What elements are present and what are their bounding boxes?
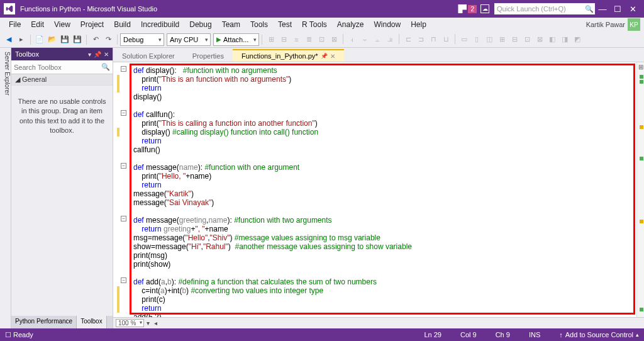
- tool-icon[interactable]: ◨: [559, 34, 570, 45]
- editor-area: Solution Explorer Properties Functions_i…: [113, 48, 644, 328]
- signed-in-user[interactable]: Kartik Pawar: [586, 21, 625, 28]
- status-line: Ln 29: [424, 331, 441, 338]
- fold-icon[interactable]: −: [121, 277, 126, 283]
- panel-close-icon[interactable]: ✕: [104, 51, 109, 58]
- menu-tools[interactable]: Tools: [245, 19, 273, 30]
- menu-debug[interactable]: Debug: [184, 19, 216, 30]
- nav-back-button[interactable]: ◀: [3, 34, 14, 45]
- editor-footer: 100 % ▾ ◂: [113, 317, 644, 328]
- fold-icon[interactable]: −: [121, 110, 126, 116]
- user-avatar[interactable]: KP: [628, 18, 640, 31]
- status-ch: Ch 9: [496, 331, 510, 338]
- tool-icon[interactable]: ⊟: [278, 34, 289, 45]
- tool-icon[interactable]: ⊡: [316, 34, 327, 45]
- code-content[interactable]: def display(): #function with no argumen…: [133, 66, 631, 312]
- toolbox-panel: Toolbox ▾📌✕ 🔍 ◢ General There are no usa…: [11, 48, 113, 328]
- save-button[interactable]: 💾: [59, 34, 70, 45]
- source-control-button[interactable]: ↑ Add to Source Control ▴: [559, 331, 639, 338]
- undo-button[interactable]: ↶: [90, 34, 101, 45]
- fold-icon[interactable]: −: [121, 216, 126, 221]
- status-ins: INS: [529, 331, 540, 338]
- tool-icon[interactable]: ⊡: [521, 34, 533, 45]
- open-file-button[interactable]: 📂: [47, 34, 58, 45]
- close-button[interactable]: ✕: [625, 4, 640, 14]
- tab-active-file[interactable]: Functions_in_Python.py* 📌 ✕: [233, 49, 344, 62]
- fold-icon[interactable]: −: [121, 66, 126, 72]
- feedback-icon[interactable]: ☁: [480, 4, 489, 13]
- tool-icon[interactable]: ⫠: [372, 34, 383, 45]
- tool-icon[interactable]: ◧: [547, 34, 558, 45]
- quick-launch-input[interactable]: Quick Launch (Ctrl+Q)🔍: [494, 3, 595, 14]
- tab-close-icon[interactable]: ✕: [330, 53, 335, 60]
- menu-bar: File Edit View Project Build Incredibuil…: [0, 18, 644, 31]
- notification-count-badge[interactable]: 2: [468, 5, 477, 13]
- tool-icon[interactable]: ⊞: [265, 34, 277, 45]
- menu-rtools[interactable]: R Tools: [297, 19, 332, 30]
- tab-solution-explorer[interactable]: Solution Explorer: [113, 50, 184, 62]
- redo-button[interactable]: ↷: [103, 34, 114, 45]
- menu-edit[interactable]: Edit: [26, 19, 49, 30]
- tool-icon[interactable]: ⊞: [496, 34, 508, 45]
- toolbox-search-input[interactable]: [14, 64, 101, 71]
- status-col: Col 9: [460, 331, 477, 338]
- menu-team[interactable]: Team: [217, 19, 245, 30]
- pin-icon[interactable]: 📌: [321, 53, 328, 59]
- tool-icon[interactable]: ⊏: [402, 34, 414, 45]
- fold-icon[interactable]: −: [121, 163, 126, 169]
- tool-icon[interactable]: ◩: [572, 34, 583, 45]
- solution-config-combo[interactable]: Debug: [120, 33, 164, 46]
- editor-tabstrip: Solution Explorer Properties Functions_i…: [113, 48, 644, 62]
- code-editor[interactable]: ⊞ − − − − − def display(): #function wit…: [113, 62, 644, 317]
- menu-incredibuild[interactable]: Incredibuild: [136, 19, 184, 30]
- menu-view[interactable]: View: [49, 19, 75, 30]
- status-ready-icon: ☐: [5, 331, 11, 339]
- menu-test[interactable]: Test: [273, 19, 297, 30]
- tool-icon[interactable]: ⊠: [534, 34, 545, 45]
- status-ready: Ready: [13, 331, 33, 338]
- save-all-button[interactable]: 💾: [72, 34, 83, 45]
- tool-icon[interactable]: ⫡: [384, 34, 396, 45]
- toolbox-empty-message: There are no usable controls in this gro…: [11, 86, 113, 147]
- standard-toolbar: ◀ ▸ 📄 📂 💾 💾 ↶ ↷ Debug Any CPU ▶Attach...…: [0, 31, 644, 48]
- toolbox-group-general[interactable]: ◢ General: [11, 74, 113, 86]
- menu-analyze[interactable]: Analyze: [332, 19, 369, 30]
- tab-toolbox[interactable]: Toolbox: [77, 316, 106, 328]
- expand-icon[interactable]: ⊞: [638, 64, 643, 70]
- notification-flag-icon[interactable]: [458, 4, 467, 13]
- zoom-combo[interactable]: 100 %: [116, 319, 144, 327]
- code-gutter: − − − − −: [117, 66, 130, 312]
- window-title: Functions in Python - Microsoft Visual S…: [20, 5, 157, 13]
- menu-file[interactable]: File: [4, 19, 26, 30]
- menu-build[interactable]: Build: [109, 19, 136, 30]
- panel-dropdown-icon[interactable]: ▾: [88, 51, 91, 58]
- tool-icon[interactable]: ⫞: [347, 34, 358, 45]
- tool-icon[interactable]: ⊠: [328, 34, 340, 45]
- tool-icon[interactable]: ◫: [484, 34, 495, 45]
- tool-icon[interactable]: ≣: [303, 34, 314, 45]
- menu-help[interactable]: Help: [406, 19, 431, 30]
- tool-icon[interactable]: ⫟: [359, 34, 370, 45]
- toolbox-title: Toolbox ▾📌✕: [11, 48, 113, 60]
- tool-icon[interactable]: ⊓: [428, 34, 439, 45]
- tab-properties[interactable]: Properties: [184, 50, 233, 62]
- overview-ruler: ⊞: [636, 62, 644, 317]
- panel-pin-icon[interactable]: 📌: [94, 51, 101, 58]
- menu-project[interactable]: Project: [75, 19, 109, 30]
- server-explorer-rail[interactable]: Server Explorer: [0, 48, 11, 328]
- scroll-arrows[interactable]: ▾ ◂: [147, 320, 158, 327]
- new-project-button[interactable]: 📄: [34, 34, 45, 45]
- start-attach-button[interactable]: ▶Attach...: [213, 33, 259, 46]
- menu-window[interactable]: Window: [369, 19, 406, 30]
- tab-python-performance[interactable]: Python Performance: [11, 316, 77, 328]
- tool-icon[interactable]: ⊟: [509, 34, 520, 45]
- minimize-button[interactable]: —: [595, 4, 610, 14]
- solution-platform-combo[interactable]: Any CPU: [167, 33, 211, 46]
- tool-icon[interactable]: ▭: [458, 34, 470, 45]
- maximize-button[interactable]: ☐: [610, 4, 625, 14]
- toolbox-search[interactable]: 🔍: [11, 60, 113, 74]
- tool-icon[interactable]: ⊐: [415, 34, 426, 45]
- tool-icon[interactable]: ≡: [291, 34, 302, 45]
- tool-icon[interactable]: ⊔: [440, 34, 452, 45]
- tool-icon[interactable]: ▯: [471, 34, 482, 45]
- nav-fwd-button[interactable]: ▸: [16, 34, 27, 45]
